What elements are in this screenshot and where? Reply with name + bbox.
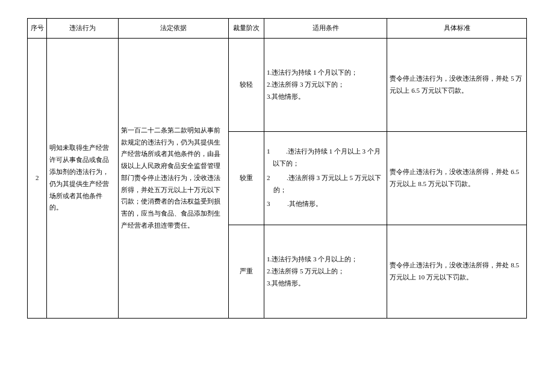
condition-line: 2.违法所得 3 万元以下的； bbox=[267, 79, 385, 91]
cell-condition-severe: 1.违法行为持续 3 个月以上的； 2.违法所得 5 万元以上的； 3.其他情形… bbox=[264, 225, 387, 318]
condition-line: 2.违法所得 5 万元以上的； bbox=[267, 266, 385, 278]
header-level: 裁量阶次 bbox=[228, 19, 264, 39]
condition-line: 1.违法行为持续 1 个月以下的； bbox=[267, 67, 385, 79]
cell-standard-light: 责令停止违法行为，没收违法所得，并处 5 万元以上 6.5 万元以下罚款。 bbox=[387, 38, 527, 131]
condition-line: 3.其他情形。 bbox=[267, 278, 385, 290]
cell-violation: 明知未取得生产经营许可从事食品或食品添加剂的违法行为，仍为其提供生产经营场所或者… bbox=[47, 38, 118, 318]
cell-standard-severe: 责令停止违法行为，没收违法所得，并处 8.5 万元以上 10 万元以下罚款。 bbox=[387, 225, 527, 318]
table-row: 2 明知未取得生产经营许可从事食品或食品添加剂的违法行为，仍为其提供生产经营场所… bbox=[28, 38, 527, 131]
condition-line: 2 .违法所得 3 万元以上 5 万元以下的； bbox=[267, 172, 385, 196]
cell-basis: 第一百二十二条第二款明知从事前款规定的违法行为，仍为其提供生产经营场所或者其他条… bbox=[118, 38, 228, 318]
condition-line: 1 .违法行为持续 1 个月以上 3 个月以下的； bbox=[267, 146, 385, 170]
condition-line: 3 .其他情形。 bbox=[267, 198, 385, 210]
cell-standard-heavy: 责令停止违法行为，没收违法所得，并处 6.5 万元以上 8.5 万元以下罚款。 bbox=[387, 131, 527, 225]
cell-level-light: 较轻 bbox=[228, 38, 264, 131]
cell-condition-light: 1.违法行为持续 1 个月以下的； 2.违法所得 3 万元以下的； 3.其他情形… bbox=[264, 38, 387, 131]
cell-level-heavy: 较重 bbox=[228, 131, 264, 225]
cell-seq: 2 bbox=[28, 38, 47, 318]
cell-condition-heavy: 1 .违法行为持续 1 个月以上 3 个月以下的； 2 .违法所得 3 万元以上… bbox=[264, 131, 387, 225]
header-basis: 法定依据 bbox=[118, 19, 228, 39]
header-violation: 违法行为 bbox=[47, 19, 118, 39]
condition-line: 3.其他情形。 bbox=[267, 91, 385, 103]
condition-line: 1.违法行为持续 3 个月以上的； bbox=[267, 254, 385, 266]
header-seq: 序号 bbox=[28, 19, 47, 39]
header-condition: 适用条件 bbox=[264, 19, 387, 39]
cell-level-severe: 严重 bbox=[228, 225, 264, 318]
penalty-table: 序号 违法行为 法定依据 裁量阶次 适用条件 具体标准 2 明知未取得生产经营许… bbox=[27, 18, 527, 319]
table-header-row: 序号 违法行为 法定依据 裁量阶次 适用条件 具体标准 bbox=[28, 19, 527, 39]
header-standard: 具体标准 bbox=[387, 19, 527, 39]
